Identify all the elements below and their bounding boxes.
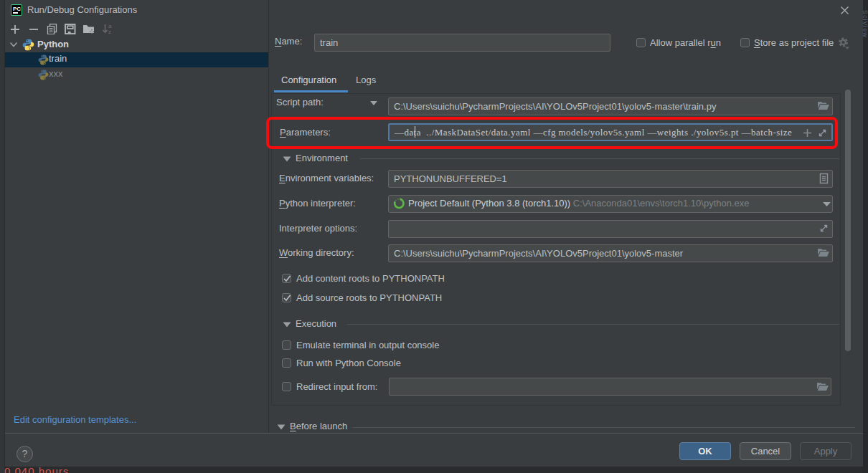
svg-text:z: z xyxy=(108,29,111,34)
